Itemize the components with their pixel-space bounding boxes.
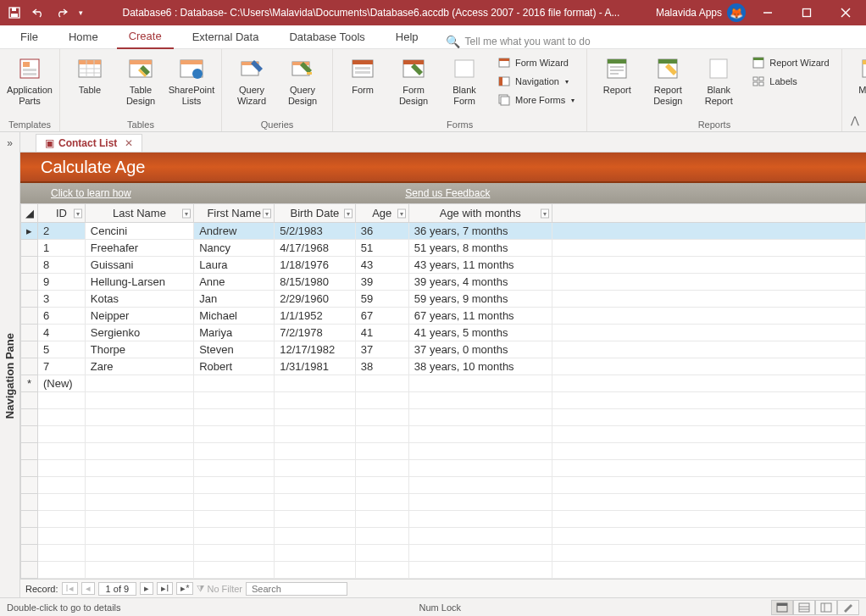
cell-id[interactable]: 3 [38,291,86,308]
cell-id[interactable]: 6 [38,308,86,325]
filter-dropdown-icon[interactable]: ▾ [74,208,82,218]
row-selector[interactable]: ▸ [21,223,38,240]
cell-id[interactable]: 9 [38,274,86,291]
col-header-id[interactable]: ID▾ [38,204,86,223]
sharepoint-lists-button[interactable]: SharePoint Lists [169,53,214,118]
cell-birth-date[interactable]: 2/29/1960 [275,291,356,308]
blank-form-button[interactable]: Blank Form [441,53,487,118]
tab-help[interactable]: Help [384,27,430,48]
col-header-last-name[interactable]: Last Name▾ [85,204,193,223]
cell-last-name[interactable]: Sergienko [85,325,193,341]
tab-create[interactable]: Create [117,26,174,49]
no-filter-indicator[interactable]: ⧩No Filter [197,583,242,594]
prev-record-button[interactable]: ◂ [81,582,95,595]
cell-id[interactable]: 5 [38,341,86,358]
filter-dropdown-icon[interactable]: ▾ [344,208,353,218]
cell-last-name[interactable]: Zare [85,358,193,375]
last-record-button[interactable]: ▸I [157,582,173,595]
macro-button[interactable]: ⚙Macro [849,53,866,118]
table-row[interactable]: 7 Zare Robert 1/31/1981 38 38 years, 10 … [21,358,866,375]
new-row-indicator[interactable]: * [21,375,38,392]
cell-age-months[interactable]: 59 years, 9 months [408,291,552,308]
query-design-button[interactable]: Query Design [280,53,325,118]
doc-tab-contact-list[interactable]: ▣ Contact List ✕ [36,134,142,152]
col-header-age[interactable]: Age▾ [355,204,408,223]
cell-age-months[interactable]: 51 years, 8 months [408,240,552,257]
cell-empty[interactable] [552,325,865,341]
cell-id[interactable]: (New) [38,375,86,392]
query-wizard-button[interactable]: Query Wizard [229,53,275,118]
cell-last-name[interactable]: Hellung-Larsen [85,274,193,291]
close-button[interactable] [829,0,863,25]
cell-empty[interactable] [552,240,865,257]
cell-id[interactable]: 7 [38,358,86,375]
cell-age-months[interactable]: 67 years, 11 months [408,308,552,325]
cell-first-name[interactable]: Mariya [194,325,275,341]
cell-last-name[interactable]: Cencini [85,223,193,240]
cell-age[interactable]: 37 [355,341,408,358]
redo-icon[interactable] [51,3,73,23]
qat-customize-icon[interactable]: ▾ [75,3,86,23]
learn-how-link[interactable]: Click to learn how [51,187,131,199]
cell-first-name[interactable]: Andrew [194,223,275,240]
collapse-ribbon-icon[interactable]: ⋀ [851,114,859,126]
col-header-empty[interactable] [552,204,865,223]
cell-last-name[interactable]: Thorpe [85,341,193,358]
cell-empty[interactable] [552,223,865,240]
tab-home[interactable]: Home [57,27,110,48]
account-badge[interactable]: Malavida Apps 🦊 [656,3,746,22]
cell-birth-date[interactable]: 12/17/1982 [275,341,356,358]
col-header-first-name[interactable]: First Name▾ [194,204,275,223]
blank-report-button[interactable]: Blank Report [696,53,741,118]
cell-last-name[interactable]: Neipper [85,308,193,325]
row-selector[interactable] [21,308,38,325]
row-selector[interactable] [21,358,38,375]
cell-empty[interactable] [552,291,865,308]
table-row[interactable]: 9 Hellung-Larsen Anne 8/15/1980 39 39 ye… [21,274,866,291]
report-wizard-button[interactable]: Report Wizard [747,54,834,71]
navigation-button[interactable]: Navigation▾ [492,73,580,90]
form-button[interactable]: Form [340,53,386,118]
more-forms-button[interactable]: More Forms▾ [492,92,580,108]
cell-age[interactable]: 41 [355,325,408,341]
new-row[interactable]: * (New) [21,375,866,392]
form-design-button[interactable]: Form Design [391,53,436,118]
row-selector[interactable] [21,291,38,308]
cell-age-months[interactable]: 41 years, 5 months [408,325,552,341]
form-view-button[interactable] [771,600,793,615]
cell-age-months[interactable]: 43 years, 11 months [408,257,552,274]
cell-birth-date[interactable]: 4/17/1968 [275,240,356,257]
table-row[interactable]: 5 Thorpe Steven 12/17/1982 37 37 years, … [21,341,866,358]
tab-external-data[interactable]: External Data [180,27,271,48]
filter-dropdown-icon[interactable]: ▾ [397,208,406,218]
layout-view-button[interactable] [815,600,837,615]
cell-birth-date[interactable]: 8/15/1980 [275,274,356,291]
table-row[interactable]: 6 Neipper Michael 1/1/1952 67 67 years, … [21,308,866,325]
table-button[interactable]: Table [67,53,113,118]
tab-database-tools[interactable]: Database Tools [277,27,376,48]
cell-age-months[interactable]: 39 years, 4 months [408,274,552,291]
row-selector[interactable] [21,274,38,291]
cell-id[interactable]: 4 [38,325,86,341]
cell-birth-date[interactable]: 7/2/1978 [275,325,356,341]
cell-age-months[interactable]: 38 years, 10 months [408,358,552,375]
record-position[interactable]: 1 of 9 [98,582,137,596]
cell-first-name[interactable]: Michael [194,308,275,325]
tab-file[interactable]: File [8,27,50,48]
cell-age-months[interactable]: 37 years, 0 months [408,341,552,358]
report-design-button[interactable]: Report Design [645,53,691,118]
table-row[interactable]: 8 Guissani Laura 1/18/1976 43 43 years, … [21,257,866,274]
cell-last-name[interactable]: Freehafer [85,240,193,257]
cell-first-name[interactable]: Robert [194,358,275,375]
datasheet-view-button[interactable] [793,600,815,615]
filter-dropdown-icon[interactable]: ▾ [182,208,191,218]
tell-me-search[interactable]: 🔍 Tell me what you want to do [446,35,591,48]
report-button[interactable]: Report [594,53,640,118]
row-selector[interactable] [21,257,38,274]
row-selector[interactable] [21,325,38,341]
cell-first-name[interactable]: Jan [194,291,275,308]
cell-id[interactable]: 2 [38,223,86,240]
feedback-link[interactable]: Send us Feedback [405,187,490,199]
cell-age[interactable]: 38 [355,358,408,375]
application-parts-button[interactable]: Application Parts [7,53,53,118]
